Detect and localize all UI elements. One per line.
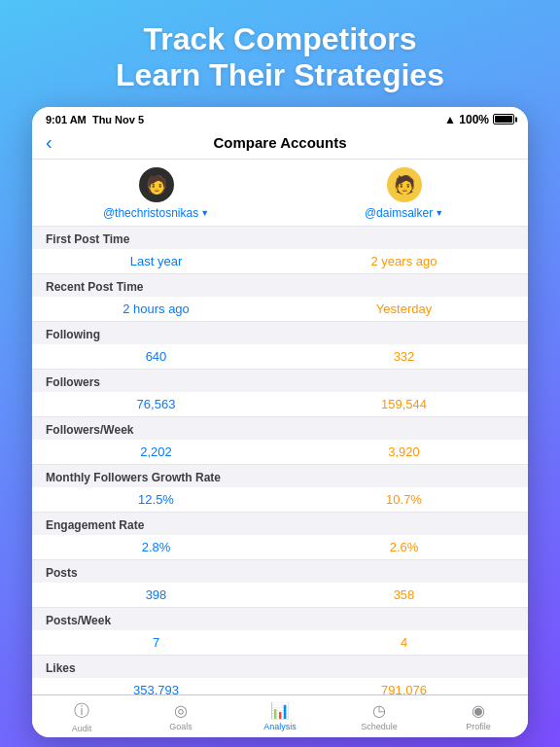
profile-tab-icon: ◉: [472, 701, 485, 720]
hero-line2: Learn Their Strategies: [116, 57, 444, 92]
goals-tab-icon: ◎: [174, 701, 188, 720]
nav-title: Compare Accounts: [214, 134, 347, 151]
cell-right-0: 2 years ago: [280, 254, 528, 268]
section-header-2: Following: [32, 322, 528, 344]
table-row: 2 hours agoYesterday: [32, 297, 528, 322]
accounts-header: 🧑 @thechristosnikas ▼ 🧑 @daimsalker ▼: [32, 160, 528, 227]
device-frame: 9:01 AM Thu Nov 5 ▲ 100% ‹ Compare Accou…: [32, 107, 528, 737]
section-header-7: Posts: [32, 560, 528, 583]
section-header-8: Posts/Week: [32, 608, 528, 630]
cell-right-6: 2.6%: [280, 540, 528, 554]
status-time-date: 9:01 AM Thu Nov 5: [46, 114, 144, 125]
table-row: 2.8%2.6%: [32, 535, 528, 560]
table-row: 640332: [32, 344, 528, 370]
cell-right-5: 10.7%: [280, 492, 528, 507]
section-header-0: First Post Time: [32, 227, 528, 249]
account-col-left[interactable]: 🧑 @thechristosnikas ▼: [32, 167, 280, 220]
section-header-3: Followers: [32, 370, 528, 392]
avatar-left: 🧑: [139, 167, 174, 202]
cell-right-8: 4: [280, 635, 528, 650]
wifi-icon: ▲ 100%: [444, 113, 489, 126]
cell-right-9: 791,076: [280, 683, 528, 694]
dropdown-arrow-left: ▼: [200, 208, 209, 218]
table-row: 12.5%10.7%: [32, 487, 528, 513]
tab-schedule[interactable]: ◷Schedule: [330, 701, 429, 733]
table-row: Last year2 years ago: [32, 249, 528, 274]
section-header-6: Engagement Rate: [32, 513, 528, 535]
cell-left-9: 353,793: [32, 683, 280, 694]
cell-left-3: 76,563: [32, 397, 280, 411]
cell-right-7: 358: [280, 587, 528, 602]
table-row: 2,2023,920: [32, 440, 528, 465]
compare-table: First Post TimeLast year2 years agoRecen…: [32, 227, 528, 694]
back-button[interactable]: ‹: [46, 131, 52, 154]
table-row: 74: [32, 630, 528, 656]
tab-analysis[interactable]: 📊Analysis: [230, 701, 330, 733]
section-header-5: Monthly Followers Growth Rate: [32, 465, 528, 487]
hero-header: Track Competitors Learn Their Strategies: [96, 0, 464, 107]
dropdown-arrow-right: ▼: [435, 208, 443, 218]
section-header-1: Recent Post Time: [32, 274, 528, 297]
nav-bar: ‹ Compare Accounts: [32, 128, 528, 160]
cell-right-1: Yesterday: [280, 302, 528, 316]
analysis-tab-icon: 📊: [270, 701, 290, 720]
tab-bar: ⓘAudit◎Goals📊Analysis◷Schedule◉Profile: [32, 694, 528, 737]
cell-right-3: 159,544: [280, 397, 528, 411]
goals-tab-label: Goals: [169, 722, 192, 731]
battery-icon: [493, 114, 514, 124]
cell-left-0: Last year: [32, 254, 280, 268]
cell-left-7: 398: [32, 587, 280, 602]
cell-left-2: 640: [32, 349, 280, 364]
account-name-right: @daimsalker ▼: [365, 206, 443, 220]
profile-tab-label: Profile: [466, 722, 491, 731]
avatar-right: 🧑: [387, 167, 422, 202]
cell-right-4: 3,920: [280, 445, 528, 459]
account-col-right[interactable]: 🧑 @daimsalker ▼: [280, 167, 528, 220]
tab-goals[interactable]: ◎Goals: [131, 701, 230, 733]
cell-left-5: 12.5%: [32, 492, 280, 507]
account-name-left: @thechristosnikas ▼: [103, 206, 209, 220]
audit-tab-label: Audit: [72, 724, 92, 733]
cell-left-4: 2,202: [32, 445, 280, 459]
hero-line1: Track Competitors: [144, 21, 417, 56]
table-row: 76,563159,544: [32, 392, 528, 417]
cell-left-8: 7: [32, 635, 280, 650]
analysis-tab-label: Analysis: [263, 722, 297, 731]
cell-left-1: 2 hours ago: [32, 302, 280, 316]
table-row: 398358: [32, 583, 528, 608]
tab-profile[interactable]: ◉Profile: [429, 701, 528, 733]
table-row: 353,793791,076: [32, 678, 528, 694]
status-right: ▲ 100%: [444, 113, 514, 126]
status-bar: 9:01 AM Thu Nov 5 ▲ 100%: [32, 107, 528, 128]
schedule-tab-icon: ◷: [372, 701, 386, 720]
schedule-tab-label: Schedule: [361, 722, 398, 731]
tab-audit[interactable]: ⓘAudit: [32, 701, 131, 733]
cell-left-6: 2.8%: [32, 540, 280, 554]
section-header-9: Likes: [32, 656, 528, 678]
cell-right-2: 332: [280, 349, 528, 364]
section-header-4: Followers/Week: [32, 417, 528, 440]
audit-tab-icon: ⓘ: [74, 701, 89, 722]
